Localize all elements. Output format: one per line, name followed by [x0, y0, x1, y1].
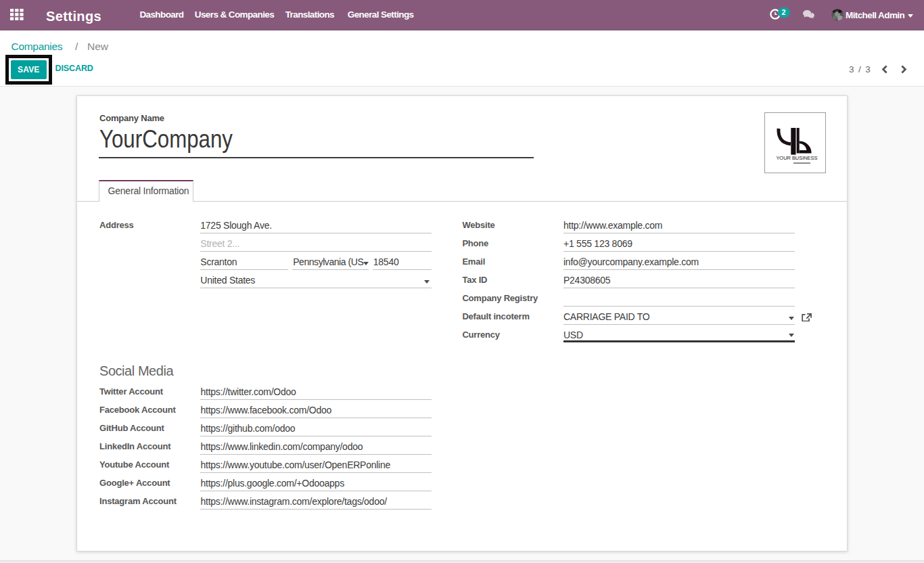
svg-text:YOUR BUSINESS: YOUR BUSINESS: [776, 155, 817, 161]
